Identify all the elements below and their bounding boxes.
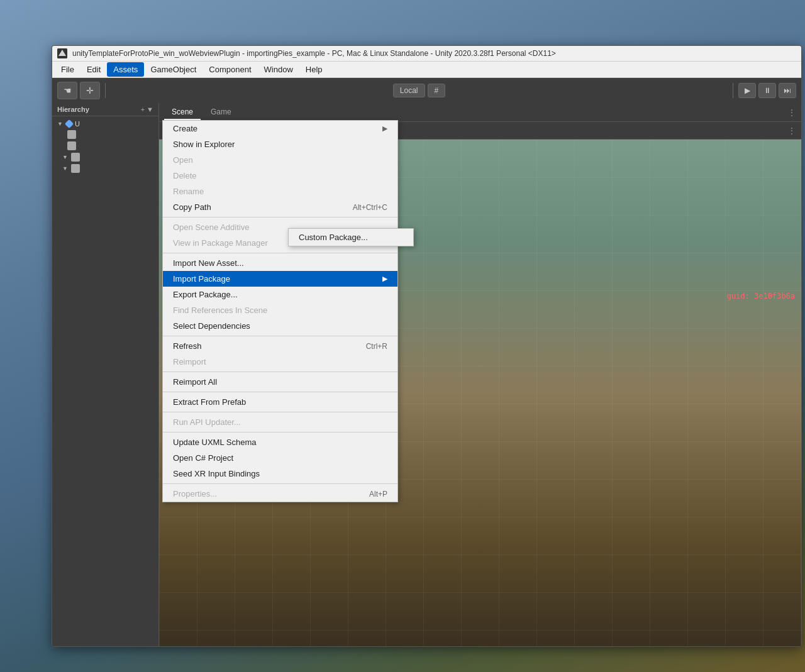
ctx-seed-xr[interactable]: Seed XR Input Bindings — [163, 466, 397, 482]
panel-menu-icon[interactable]: ⋮ — [787, 107, 796, 118]
hier-arrow-1: ▼ — [57, 121, 64, 127]
hierarchy-content: ▼ U ▼ ▼ — [52, 116, 158, 646]
ctx-refresh[interactable]: Refresh Ctrl+R — [163, 338, 397, 354]
ctx-find-references: Find References In Scene — [163, 302, 397, 318]
hier-icon-5 — [71, 164, 80, 173]
ctx-rename: Rename — [163, 184, 397, 199]
ctx-reimport-all[interactable]: Reimport All — [163, 374, 397, 390]
ctx-properties-shortcut: Alt+P — [369, 490, 387, 498]
hier-icon-2 — [67, 130, 76, 139]
ctx-import-package[interactable]: Import Package ▶ — [163, 271, 397, 287]
ctx-export-package[interactable]: Export Package... — [163, 287, 397, 302]
hierarchy-panel: Hierarchy + ▼ ▼ U ▼ — [52, 103, 159, 646]
hier-arrow-5: ▼ — [62, 165, 69, 172]
ctx-copy-path[interactable]: Copy Path Alt+Ctrl+C — [163, 199, 397, 215]
hier-label-1: U — [75, 120, 80, 128]
menu-assets[interactable]: Assets — [107, 62, 144, 77]
hierarchy-panel-header: Hierarchy + ▼ — [52, 103, 158, 116]
ctx-sep-5 — [163, 392, 397, 392]
hierarchy-item-5[interactable]: ▼ — [55, 163, 156, 174]
move-tool-button[interactable]: ✛ — [80, 82, 100, 99]
hier-icon-4 — [71, 153, 80, 162]
ctx-sep-4 — [163, 372, 397, 372]
unity-window: unityTemplateForProtoPie_win_woWebviewPl… — [52, 45, 802, 647]
more-options-icon[interactable]: ⋮ — [787, 126, 796, 136]
menu-help[interactable]: Help — [299, 62, 329, 77]
scene-icon-1 — [65, 119, 74, 128]
pause-button[interactable]: ⏸ — [758, 83, 776, 98]
menu-bar: File Edit Assets GameObject Component Wi… — [52, 62, 801, 78]
ctx-create-arrow: ▶ — [382, 124, 387, 133]
ctx-sep-7 — [163, 432, 397, 432]
scene-tabs-bar: Scene Game ⋮ — [159, 103, 801, 122]
ctx-sep-3 — [163, 336, 397, 336]
ctx-import-arrow: ▶ — [382, 275, 387, 283]
ctx-create[interactable]: Create ▶ — [163, 121, 397, 136]
ctx-sep-6 — [163, 412, 397, 412]
ctx-reimport: Reimport — [163, 354, 397, 370]
hand-tool-button[interactable]: ☚ — [57, 82, 77, 99]
play-button[interactable]: ▶ — [738, 83, 756, 98]
tab-scene[interactable]: Scene — [164, 105, 201, 120]
ctx-copy-path-shortcut: Alt+Ctrl+C — [353, 203, 387, 212]
hierarchy-item-4[interactable]: ▼ — [55, 151, 156, 163]
toolbar-center: Local # — [111, 84, 728, 97]
main-toolbar: ☚ ✛ Local # ▶ ⏸ ⏭ — [52, 78, 801, 103]
ctx-refresh-shortcut: Ctrl+R — [366, 342, 387, 351]
menu-gameobject[interactable]: GameObject — [144, 62, 203, 77]
ctx-select-deps[interactable]: Select Dependencies — [163, 318, 397, 334]
menu-edit[interactable]: Edit — [80, 62, 107, 77]
ctx-properties: Properties... Alt+P — [163, 486, 397, 502]
ctx-extract-prefab[interactable]: Extract From Prefab — [163, 394, 397, 410]
submenu-custom-package[interactable]: Custom Package... — [289, 229, 413, 246]
guid-text: guid: 3e10f3b6a — [727, 292, 795, 300]
ctx-show-explorer[interactable]: Show in Explorer — [163, 136, 397, 152]
import-package-submenu[interactable]: Custom Package... — [288, 228, 414, 246]
ctx-sep-2 — [163, 253, 397, 253]
hierarchy-item-1[interactable]: ▼ U — [55, 119, 156, 129]
tab-game[interactable]: Game — [203, 105, 239, 120]
ctx-sep-1 — [163, 217, 397, 218]
hierarchy-title: Hierarchy — [57, 106, 89, 113]
menu-file[interactable]: File — [55, 62, 80, 77]
hierarchy-item-3[interactable] — [55, 140, 156, 151]
title-bar: unityTemplateForProtoPie_win_woWebviewPl… — [52, 46, 801, 62]
toolbar-separator-2 — [733, 83, 733, 98]
hier-icon-3 — [67, 141, 76, 150]
unity-icon — [57, 48, 67, 58]
menu-component[interactable]: Component — [203, 62, 257, 77]
ctx-import-new[interactable]: Import New Asset... — [163, 255, 397, 271]
assets-context-menu[interactable]: Create ▶ Show in Explorer Open Delete Re… — [162, 120, 398, 502]
ctx-delete: Delete — [163, 168, 397, 184]
ctx-open: Open — [163, 152, 397, 168]
ctx-update-uxml[interactable]: Update UXML Schema — [163, 434, 397, 450]
hier-arrow-4: ▼ — [62, 154, 69, 160]
ctx-open-csharp[interactable]: Open C# Project — [163, 450, 397, 466]
menu-window[interactable]: Window — [258, 62, 299, 77]
window-title: unityTemplateForProtoPie_win_woWebviewPl… — [72, 49, 556, 58]
ctx-run-api: Run API Updater... — [163, 414, 397, 430]
hierarchy-add-button[interactable]: + ▼ — [141, 106, 153, 113]
hierarchy-item-2[interactable] — [55, 129, 156, 140]
step-button[interactable]: ⏭ — [779, 83, 796, 98]
global-button[interactable]: # — [428, 84, 446, 97]
ctx-sep-8 — [163, 483, 397, 484]
toolbar-separator-1 — [105, 83, 106, 98]
pivot-button[interactable]: Local — [393, 84, 425, 97]
